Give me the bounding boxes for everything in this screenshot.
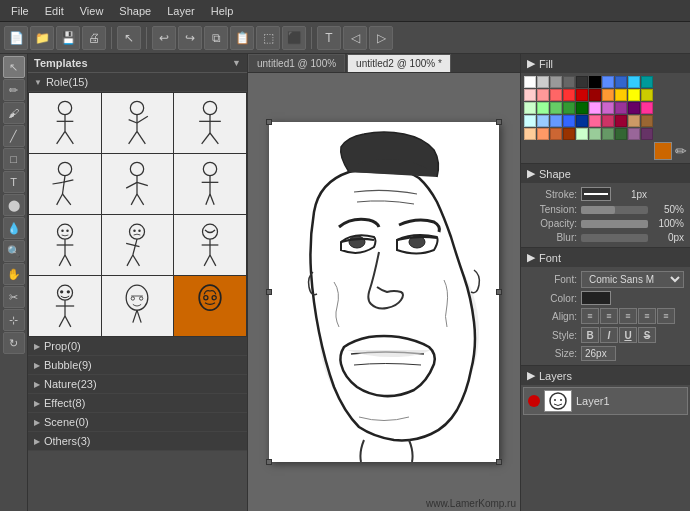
undo-button[interactable]: ↩ bbox=[152, 26, 176, 50]
paste2-button[interactable]: ⬛ bbox=[282, 26, 306, 50]
new-button[interactable]: 📄 bbox=[4, 26, 28, 50]
handle-tr[interactable] bbox=[496, 119, 502, 125]
swatch-r2[interactable] bbox=[537, 89, 549, 101]
crop-tool[interactable]: ✂ bbox=[3, 286, 25, 308]
swatch-sk1[interactable] bbox=[524, 128, 536, 140]
menu-layer[interactable]: Layer bbox=[160, 3, 202, 19]
active-color-swatch[interactable] bbox=[654, 142, 672, 160]
swatch-dgray[interactable] bbox=[563, 76, 575, 88]
align-left-btn[interactable]: ≡ bbox=[581, 308, 599, 324]
swatch-lb2[interactable] bbox=[537, 115, 549, 127]
category-effect[interactable]: ▶ Effect(8) bbox=[28, 394, 247, 413]
category-bubble[interactable]: ▶ Bubble(9) bbox=[28, 356, 247, 375]
opacity-slider[interactable] bbox=[581, 220, 648, 228]
arrow-tool[interactable]: ↖ bbox=[3, 56, 25, 78]
bold-btn[interactable]: B bbox=[581, 327, 599, 343]
swatch-p4[interactable] bbox=[628, 102, 640, 114]
thumb-1[interactable] bbox=[29, 93, 101, 153]
swatch-r3[interactable] bbox=[550, 89, 562, 101]
swatch-p3[interactable] bbox=[615, 102, 627, 114]
font-section-header[interactable]: ▶ Font bbox=[521, 248, 690, 267]
text-icon[interactable]: T bbox=[317, 26, 341, 50]
fill-tool[interactable]: ⬤ bbox=[3, 194, 25, 216]
strikethrough-btn[interactable]: S bbox=[638, 327, 656, 343]
align-justify-btn[interactable]: ≡ bbox=[638, 308, 656, 324]
print-button[interactable]: 🖨 bbox=[82, 26, 106, 50]
swatch-lb4[interactable] bbox=[563, 115, 575, 127]
templates-panel-header[interactable]: Templates ▼ bbox=[28, 54, 247, 73]
fill-section-header[interactable]: ▶ Fill bbox=[521, 54, 690, 73]
thumb-4[interactable] bbox=[29, 154, 101, 214]
swatch-lg1[interactable] bbox=[576, 128, 588, 140]
menu-edit[interactable]: Edit bbox=[38, 3, 71, 19]
tension-slider[interactable] bbox=[581, 206, 648, 214]
swatch-lg3[interactable] bbox=[602, 128, 614, 140]
thumb-12-selected[interactable] bbox=[174, 276, 246, 336]
swatch-lb3[interactable] bbox=[550, 115, 562, 127]
shape-tool[interactable]: □ bbox=[3, 148, 25, 170]
swatch-white[interactable] bbox=[524, 76, 536, 88]
pencil-icon[interactable]: ✏ bbox=[675, 143, 687, 159]
layer-item-1[interactable]: Layer1 bbox=[523, 387, 688, 415]
swatch-p2[interactable] bbox=[602, 102, 614, 114]
paste-button[interactable]: 📋 bbox=[230, 26, 254, 50]
pencil-tool[interactable]: ✏ bbox=[3, 79, 25, 101]
rotate-tool[interactable]: ↻ bbox=[3, 332, 25, 354]
swatch-p1[interactable] bbox=[589, 102, 601, 114]
swatch-sk2[interactable] bbox=[537, 128, 549, 140]
redo-button[interactable]: ↪ bbox=[178, 26, 202, 50]
swatch-r5[interactable] bbox=[576, 89, 588, 101]
category-prop[interactable]: ▶ Prop(0) bbox=[28, 337, 247, 356]
swatch-g4[interactable] bbox=[563, 102, 575, 114]
handle-mr[interactable] bbox=[496, 289, 502, 295]
swatch-lgray[interactable] bbox=[537, 76, 549, 88]
thumb-6[interactable] bbox=[174, 154, 246, 214]
swatch-pk4[interactable] bbox=[615, 115, 627, 127]
font-size-input[interactable] bbox=[581, 346, 616, 361]
category-scene[interactable]: ▶ Scene(0) bbox=[28, 413, 247, 432]
swatch-o1[interactable] bbox=[602, 89, 614, 101]
swatch-sk3[interactable] bbox=[550, 128, 562, 140]
swatch-y1[interactable] bbox=[628, 89, 640, 101]
swatch-teal[interactable] bbox=[641, 76, 653, 88]
underline-btn[interactable]: U bbox=[619, 327, 637, 343]
canvas-scroll[interactable]: www.LamerKomp.ru bbox=[248, 73, 520, 511]
menu-file[interactable]: File bbox=[4, 3, 36, 19]
swatch-br1[interactable] bbox=[628, 115, 640, 127]
hand-tool[interactable]: ✋ bbox=[3, 263, 25, 285]
select-button[interactable]: ↖ bbox=[117, 26, 141, 50]
thumb-7[interactable] bbox=[29, 215, 101, 275]
copy-button[interactable]: ⧉ bbox=[204, 26, 228, 50]
eyedropper-tool[interactable]: 💧 bbox=[3, 217, 25, 239]
thumb-8[interactable] bbox=[102, 215, 174, 275]
menu-view[interactable]: View bbox=[73, 3, 111, 19]
category-nature[interactable]: ▶ Nature(23) bbox=[28, 375, 247, 394]
thumb-2[interactable] bbox=[102, 93, 174, 153]
handle-tl[interactable] bbox=[266, 119, 272, 125]
swatch-black[interactable] bbox=[589, 76, 601, 88]
swatch-g5[interactable] bbox=[576, 102, 588, 114]
handle-ml[interactable] bbox=[266, 289, 272, 295]
swatch-extra1[interactable] bbox=[628, 128, 640, 140]
canvas-tab-2[interactable]: untitled2 @ 100% * bbox=[347, 54, 451, 72]
swatch-db1[interactable] bbox=[576, 115, 588, 127]
swatch-g2[interactable] bbox=[537, 102, 549, 114]
swatch-pk2[interactable] bbox=[589, 115, 601, 127]
swatch-r4[interactable] bbox=[563, 89, 575, 101]
swatch-extra2[interactable] bbox=[641, 128, 653, 140]
arrow-left-button[interactable]: ◁ bbox=[343, 26, 367, 50]
handle-bl[interactable] bbox=[266, 459, 272, 465]
line-tool[interactable]: ╱ bbox=[3, 125, 25, 147]
copy2-button[interactable]: ⬚ bbox=[256, 26, 280, 50]
font-color-box[interactable] bbox=[581, 291, 611, 305]
italic-btn[interactable]: I bbox=[600, 327, 618, 343]
swatch-g3[interactable] bbox=[550, 102, 562, 114]
swatch-pk[interactable] bbox=[641, 102, 653, 114]
templates-scroll[interactable]: ▼ Role(15) bbox=[28, 73, 247, 511]
font-select[interactable]: Comic Sans M bbox=[581, 271, 684, 288]
swatch-lg2[interactable] bbox=[589, 128, 601, 140]
category-others[interactable]: ▶ Others(3) bbox=[28, 432, 247, 451]
thumb-3[interactable] bbox=[174, 93, 246, 153]
align-right-btn[interactable]: ≡ bbox=[619, 308, 637, 324]
layer-visibility-icon[interactable] bbox=[528, 395, 540, 407]
